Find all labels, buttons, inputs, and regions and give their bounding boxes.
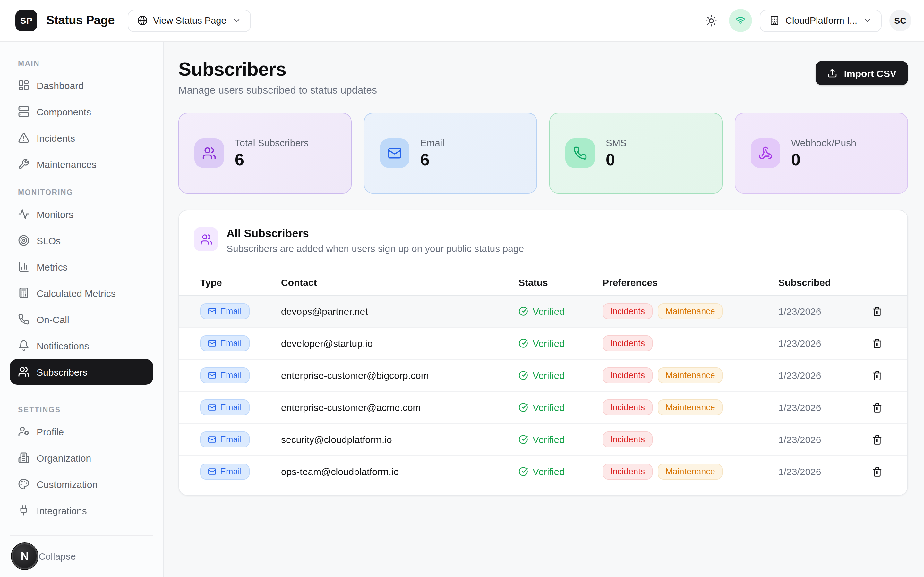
users-icon [202, 146, 216, 160]
maintenance-badge: Maintenance [658, 303, 723, 319]
subscribers-card-subtitle: Subscribers are added when users sign up… [226, 243, 524, 254]
sidebar-item-label: SLOs [37, 235, 61, 246]
theme-toggle-button[interactable] [702, 11, 721, 30]
sidebar-item-components[interactable]: Components [10, 99, 153, 124]
maintenance-badge: Maintenance [658, 367, 723, 384]
column-preferences: Preferences [603, 277, 779, 287]
contact-email: developer@startup.io [281, 338, 519, 349]
column-subscribed: Subscribed [779, 277, 861, 287]
sidebar-item-label: Integrations [37, 505, 87, 516]
table-row: Email security@cloudplatform.io Verified… [179, 424, 907, 456]
stat-text: SMS 0 [606, 137, 627, 169]
sidebar-items: Dashboard Components Incidents Maintenan… [10, 73, 153, 177]
mail-icon [208, 307, 216, 316]
trash-icon [872, 338, 882, 348]
sidebar-item-monitors[interactable]: Monitors [10, 201, 153, 227]
delete-subscriber-button[interactable] [868, 463, 886, 480]
mail-icon [208, 435, 216, 444]
mail-icon [208, 339, 216, 348]
sidebar-section-title: SETTINGS [18, 406, 145, 414]
email-type-badge: Email [200, 431, 250, 448]
subscribed-date: 1/23/2026 [779, 338, 861, 349]
subscribers-card-header: All Subscribers Subscribers are added wh… [179, 210, 907, 254]
sidebar-item-on-call[interactable]: On-Call [10, 306, 153, 332]
mail-icon [208, 403, 216, 412]
type-cell: Email [200, 431, 281, 448]
import-csv-button[interactable]: Import CSV [816, 61, 908, 85]
check-circle-icon [519, 467, 528, 476]
sidebar-item-dashboard[interactable]: Dashboard [10, 73, 153, 98]
status-verified: Verified [519, 370, 603, 381]
delete-subscriber-button[interactable] [868, 334, 886, 352]
type-cell: Email [200, 335, 281, 351]
phone-icon [573, 146, 587, 160]
subscribed-date: 1/23/2026 [779, 402, 861, 413]
sidebar-footer: N Collapse [10, 526, 153, 577]
collapse-button[interactable]: N Collapse [10, 537, 153, 577]
trash-icon [872, 466, 882, 477]
sidebar-item-profile[interactable]: Profile [10, 419, 153, 444]
users-icon [18, 366, 29, 378]
trash-icon [872, 402, 882, 413]
preferences-cell: IncidentsMaintenance [603, 367, 779, 384]
actions-cell [861, 302, 886, 320]
sidebar-item-customization[interactable]: Customization [10, 471, 153, 497]
sidebar-item-incidents[interactable]: Incidents [10, 125, 153, 151]
connection-status-indicator[interactable] [729, 9, 752, 32]
sidebar-item-label: Maintenances [37, 159, 97, 169]
sidebar-item-label: Customization [37, 479, 97, 490]
upload-icon [827, 68, 838, 78]
app-title: Status Page [46, 13, 115, 27]
delete-subscriber-button[interactable] [868, 398, 886, 416]
stat-value: 0 [791, 150, 856, 169]
chevron-down-icon [232, 16, 241, 25]
nextjs-dev-badge[interactable]: N [11, 543, 38, 569]
status-verified: Verified [519, 338, 603, 349]
bell-icon [18, 340, 29, 351]
view-status-page-button[interactable]: View Status Page [128, 9, 250, 32]
status-verified: Verified [519, 306, 603, 317]
table-row: Email devops@partner.net Verified Incide… [179, 295, 907, 327]
sidebar-item-maintenances[interactable]: Maintenances [10, 151, 153, 177]
stat-card: Webhook/Push 0 [735, 113, 908, 193]
user-avatar[interactable]: SC [889, 10, 911, 31]
contact-email: enterprise-customer@acme.com [281, 402, 519, 413]
org-selector[interactable]: CloudPlatform I... [760, 9, 882, 32]
delete-subscriber-button[interactable] [868, 430, 886, 448]
sidebar-item-integrations[interactable]: Integrations [10, 498, 153, 523]
table-row: Email developer@startup.io Verified Inci… [179, 327, 907, 359]
actions-cell [861, 366, 886, 384]
sidebar: MAIN Dashboard Components Incidents Main… [0, 42, 164, 577]
check-circle-icon [519, 403, 528, 412]
table-row: Email enterprise-customer@bigcorp.com Ve… [179, 359, 907, 392]
sidebar-item-organization[interactable]: Organization [10, 445, 153, 471]
contact-email: ops-team@cloudplatform.io [281, 466, 519, 477]
subscribed-date: 1/23/2026 [779, 306, 861, 317]
sidebar-item-slos[interactable]: SLOs [10, 227, 153, 253]
mail-icon [388, 146, 402, 160]
delete-subscriber-button[interactable] [868, 366, 886, 384]
sidebar-item-label: Dashboard [37, 80, 84, 91]
delete-subscriber-button[interactable] [868, 302, 886, 320]
stat-card: Email 6 [364, 113, 537, 193]
incidents-badge: Incidents [603, 367, 653, 384]
type-cell: Email [200, 463, 281, 480]
plug-icon [18, 504, 29, 516]
wifi-icon [735, 15, 746, 26]
topbar: SP Status Page View Status Page CloudPla… [0, 0, 924, 42]
wrench-icon [18, 158, 29, 170]
sidebar-divider [10, 535, 153, 536]
sidebar-item-calculated-metrics[interactable]: Calculated Metrics [10, 280, 153, 306]
topbar-right: CloudPlatform I... SC [702, 9, 911, 32]
trash-icon [872, 434, 882, 445]
email-type-badge: Email [200, 367, 250, 384]
sidebar-items: Monitors SLOs Metrics Calculated Metrics… [10, 201, 153, 385]
sidebar-item-notifications[interactable]: Notifications [10, 333, 153, 358]
type-cell: Email [200, 303, 281, 319]
incidents-badge: Incidents [603, 303, 653, 319]
view-status-page-label: View Status Page [153, 15, 226, 26]
mail-icon [208, 467, 216, 476]
sidebar-item-metrics[interactable]: Metrics [10, 254, 153, 279]
sidebar-item-subscribers[interactable]: Subscribers [10, 359, 153, 385]
stat-label: Webhook/Push [791, 137, 856, 148]
